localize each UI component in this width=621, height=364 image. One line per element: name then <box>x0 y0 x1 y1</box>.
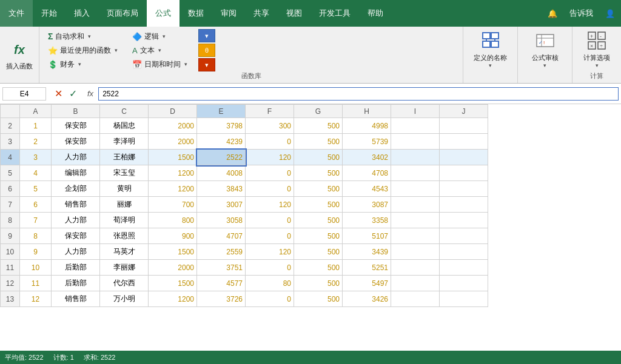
cell-g11[interactable]: 500 <box>294 260 343 276</box>
row-header[interactable]: 10 <box>1 244 20 260</box>
cell-g4[interactable]: 500 <box>294 150 343 165</box>
row-header[interactable]: 5 <box>1 165 20 181</box>
cell-c9[interactable]: 张恩照 <box>100 228 149 244</box>
cell-c4[interactable]: 王柏娜 <box>100 150 149 165</box>
cell-c10[interactable]: 马英才 <box>100 244 149 260</box>
cell-c7[interactable]: 丽娜 <box>100 197 149 213</box>
col-header-d[interactable]: D <box>149 105 197 118</box>
financial-button[interactable]: 💲 财务 ▾ <box>44 58 121 71</box>
menu-formula[interactable]: 公式 <box>147 0 180 27</box>
menu-start[interactable]: 开始 <box>33 0 65 27</box>
row-header[interactable]: 12 <box>1 276 20 291</box>
cell-i11[interactable] <box>391 260 440 276</box>
cell-j7[interactable] <box>440 197 488 213</box>
cell-i7[interactable] <box>391 197 440 213</box>
cell-g2[interactable]: 500 <box>294 118 343 134</box>
cell-e13[interactable]: 3726 <box>197 291 246 307</box>
confirm-formula-icon[interactable]: ✓ <box>67 88 79 100</box>
cell-a4[interactable]: 3 <box>20 150 52 165</box>
defined-names-button[interactable]: 定义的名称 ▾ <box>474 29 507 81</box>
cell-g7[interactable]: 500 <box>294 197 343 213</box>
cell-f4[interactable]: 120 <box>246 150 294 165</box>
cell-c8[interactable]: 荀泽明 <box>100 213 149 228</box>
cell-a7[interactable]: 6 <box>20 197 52 213</box>
cell-h5[interactable]: 4708 <box>343 165 391 181</box>
cell-f12[interactable]: 80 <box>246 276 294 291</box>
row-header[interactable]: 8 <box>1 213 20 228</box>
formula-audit-button[interactable]: ✓ ! 公式审核 ▾ <box>532 29 559 81</box>
cell-i10[interactable] <box>391 244 440 260</box>
cell-d12[interactable]: 1500 <box>149 276 197 291</box>
cell-h11[interactable]: 5251 <box>343 260 391 276</box>
cell-b3[interactable]: 保安部 <box>52 134 100 150</box>
cell-c11[interactable]: 李丽娜 <box>100 260 149 276</box>
col-header-g[interactable]: G <box>294 105 343 118</box>
cell-h3[interactable]: 5739 <box>343 134 391 150</box>
cell-c5[interactable]: 宋玉玺 <box>100 165 149 181</box>
cell-b9[interactable]: 保安部 <box>52 228 100 244</box>
cell-h13[interactable]: 3426 <box>343 291 391 307</box>
cell-b13[interactable]: 销售部 <box>52 291 100 307</box>
cell-g8[interactable]: 500 <box>294 213 343 228</box>
row-header[interactable]: 13 <box>1 291 20 307</box>
col-header-j[interactable]: J <box>440 105 488 118</box>
cell-h2[interactable]: 4998 <box>343 118 391 134</box>
cell-f11[interactable]: 0 <box>246 260 294 276</box>
cell-g10[interactable]: 500 <box>294 244 343 260</box>
menu-tell-me[interactable]: 告诉我 <box>563 8 599 19</box>
cell-j9[interactable] <box>440 228 488 244</box>
menu-insert[interactable]: 插入 <box>65 0 98 27</box>
cell-e2[interactable]: 3798 <box>197 118 246 134</box>
formula-input[interactable] <box>98 87 619 101</box>
cell-j4[interactable] <box>440 150 488 165</box>
cell-c6[interactable]: 黄明 <box>100 181 149 197</box>
cell-f5[interactable]: 0 <box>246 165 294 181</box>
cell-d6[interactable]: 1200 <box>149 181 197 197</box>
cell-e8[interactable]: 3058 <box>197 213 246 228</box>
cell-g5[interactable]: 500 <box>294 165 343 181</box>
cell-d3[interactable]: 2000 <box>149 134 197 150</box>
cell-i12[interactable] <box>391 276 440 291</box>
cell-e12[interactable]: 4577 <box>197 276 246 291</box>
cell-a13[interactable]: 12 <box>20 291 52 307</box>
menu-share[interactable]: 共享 <box>245 0 278 27</box>
cell-i5[interactable] <box>391 165 440 181</box>
cell-i2[interactable] <box>391 118 440 134</box>
menu-file[interactable]: 文件 <box>0 0 33 27</box>
math-icon-button[interactable]: θ <box>198 44 215 57</box>
cell-a3[interactable]: 2 <box>20 134 52 150</box>
cell-i8[interactable] <box>391 213 440 228</box>
cell-f13[interactable]: 0 <box>246 291 294 307</box>
cell-g9[interactable]: 500 <box>294 228 343 244</box>
cell-reference[interactable] <box>2 87 46 101</box>
cell-j12[interactable] <box>440 276 488 291</box>
cell-c13[interactable]: 万小明 <box>100 291 149 307</box>
menu-data[interactable]: 数据 <box>180 0 212 27</box>
cell-e10[interactable]: 2559 <box>197 244 246 260</box>
cell-e9[interactable]: 4707 <box>197 228 246 244</box>
cell-i9[interactable] <box>391 228 440 244</box>
cell-e6[interactable]: 3843 <box>197 181 246 197</box>
insert-function-button[interactable]: fx 插入函数 <box>6 39 33 71</box>
cell-j13[interactable] <box>440 291 488 307</box>
cell-c12[interactable]: 代尔西 <box>100 276 149 291</box>
calc-options-button[interactable]: + - × ÷ 计算选项 ▾ <box>583 29 610 68</box>
cell-c3[interactable]: 李泽明 <box>100 134 149 150</box>
cell-h6[interactable]: 4543 <box>343 181 391 197</box>
cell-i13[interactable] <box>391 291 440 307</box>
cell-e4[interactable]: 2522 <box>197 150 246 165</box>
cell-a5[interactable]: 4 <box>20 165 52 181</box>
cell-d4[interactable]: 1500 <box>149 150 197 165</box>
cell-d8[interactable]: 800 <box>149 213 197 228</box>
cell-e11[interactable]: 3751 <box>197 260 246 276</box>
cell-d13[interactable]: 1200 <box>149 291 197 307</box>
cell-i4[interactable] <box>391 150 440 165</box>
col-header-i[interactable]: I <box>391 105 440 118</box>
col-header-c[interactable]: C <box>100 105 149 118</box>
cell-b7[interactable]: 销售部 <box>52 197 100 213</box>
col-header-f[interactable]: F <box>246 105 294 118</box>
cell-h9[interactable]: 5107 <box>343 228 391 244</box>
row-header[interactable]: 9 <box>1 228 20 244</box>
cell-i3[interactable] <box>391 134 440 150</box>
cell-e7[interactable]: 3007 <box>197 197 246 213</box>
